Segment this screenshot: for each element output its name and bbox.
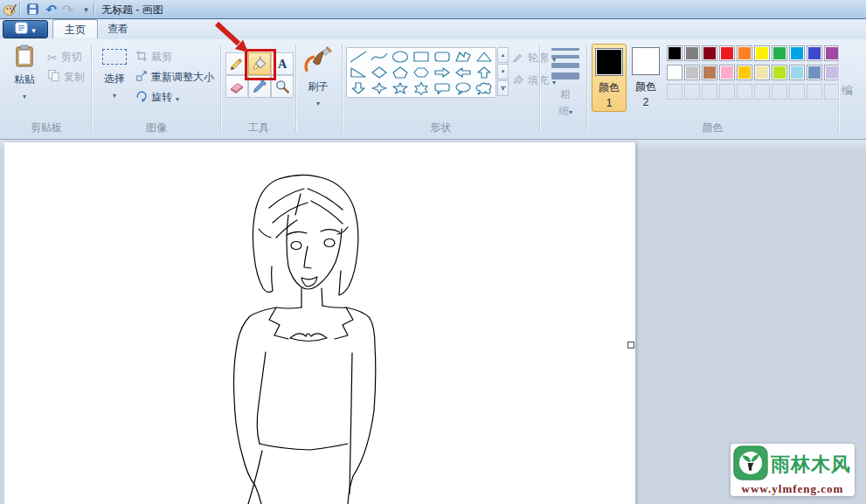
chevron-down-icon — [31, 24, 36, 36]
shape-six-point-star-icon[interactable] — [412, 81, 431, 95]
shape-rectangle-icon[interactable] — [412, 50, 431, 64]
tool-fill-icon[interactable] — [248, 52, 271, 75]
shape-pentagon-icon[interactable] — [391, 66, 410, 79]
shape-curve-icon[interactable] — [370, 50, 389, 64]
palette-swatch-r1-4[interactable] — [719, 45, 735, 61]
palette-swatch-r1-9[interactable] — [807, 45, 822, 61]
scroll-down-icon[interactable]: ▼ — [497, 64, 509, 79]
color1-label: 颜色 1 — [598, 79, 620, 111]
rotate-button[interactable]: 旋转 — [135, 90, 179, 105]
edit-colors-button-partial[interactable]: 编 — [842, 83, 853, 99]
shape-rounded-rectangle-icon[interactable] — [433, 50, 452, 64]
svg-text:A: A — [278, 57, 288, 71]
toolbar-menu-icon[interactable] — [79, 2, 94, 17]
palette-swatch-r1-3[interactable] — [702, 45, 717, 61]
ylmf-logo-icon — [733, 445, 768, 483]
shape-four-point-star-icon[interactable] — [370, 81, 389, 95]
drawing-canvas[interactable] — [4, 142, 635, 504]
tool-color-picker-icon[interactable] — [248, 75, 271, 98]
selection-icon — [102, 49, 127, 65]
scroll-up-icon[interactable]: ▲ — [497, 47, 509, 63]
tool-text-icon[interactable]: A — [271, 52, 294, 75]
palette-swatch-r1-8[interactable] — [789, 45, 805, 61]
paint-window: 无标题 - 画图 主页 查看 粘贴 剪切 复制 — [0, 0, 866, 504]
color1-button[interactable]: 颜色 1 — [592, 44, 627, 112]
divider — [295, 45, 296, 132]
paste-button[interactable]: 粘贴 — [7, 44, 42, 101]
palette-swatch-r1-5[interactable] — [737, 45, 752, 61]
file-menu-button[interactable] — [3, 20, 48, 38]
undo-icon[interactable] — [44, 2, 59, 17]
resize-button[interactable]: 重新调整大小 — [135, 70, 214, 85]
tool-magnifier-icon[interactable] — [271, 75, 294, 98]
copy-button[interactable]: 复制 — [47, 69, 85, 85]
shape-five-point-star-icon[interactable] — [391, 81, 410, 95]
palette-swatch-empty-5[interactable] — [737, 84, 752, 100]
shape-line-icon[interactable] — [349, 50, 368, 64]
palette-swatch-r2-2[interactable] — [684, 65, 700, 80]
save-icon[interactable] — [25, 2, 40, 17]
shape-right-arrow-icon[interactable] — [433, 66, 452, 79]
brushes-button[interactable]: 刷子 — [301, 45, 336, 108]
shape-left-arrow-icon[interactable] — [454, 66, 473, 79]
shape-rounded-callout-icon[interactable] — [433, 81, 452, 95]
palette-swatch-empty-7[interactable] — [772, 84, 787, 100]
shape-diamond-icon[interactable] — [370, 66, 389, 79]
shape-right-triangle-icon[interactable] — [349, 66, 368, 79]
brushes-label: 刷子 — [308, 79, 329, 94]
palette-swatch-r1-6[interactable] — [754, 45, 770, 61]
canvas-resize-handle[interactable] — [627, 342, 634, 349]
palette-swatch-empty-8[interactable] — [789, 84, 805, 100]
tab-view[interactable]: 查看 — [96, 19, 140, 38]
shape-up-arrow-icon[interactable] — [475, 66, 494, 79]
woman-sketch — [4, 142, 635, 504]
palette-swatch-empty-6[interactable] — [754, 84, 770, 100]
palette-swatch-empty-2[interactable] — [684, 84, 700, 100]
palette-swatch-r2-7[interactable] — [772, 65, 787, 80]
chevron-down-icon — [23, 89, 26, 101]
shape-down-arrow-icon[interactable] — [349, 81, 368, 95]
cut-button[interactable]: 剪切 — [47, 50, 82, 65]
palette-swatch-empty-3[interactable] — [702, 84, 717, 100]
shape-ellipse-icon[interactable] — [391, 50, 410, 64]
divider — [220, 45, 221, 132]
palette-swatch-r2-8[interactable] — [789, 65, 805, 80]
shape-cloud-callout-icon[interactable] — [475, 81, 494, 95]
palette-swatch-r1-2[interactable] — [684, 45, 700, 61]
palette-swatch-r2-1[interactable] — [667, 65, 682, 80]
palette-swatch-r2-6[interactable] — [754, 65, 770, 80]
shape-polygon-icon[interactable] — [454, 50, 473, 64]
palette-swatch-empty-4[interactable] — [719, 84, 735, 100]
scissors-icon — [47, 51, 58, 65]
title-bar: 无标题 - 画图 — [0, 0, 866, 19]
size-button[interactable]: 粗细 — [547, 46, 584, 120]
palette-swatch-r1-1[interactable] — [667, 45, 682, 61]
shape-hexagon-icon[interactable] — [412, 66, 431, 79]
palette-swatch-r1-7[interactable] — [772, 45, 787, 61]
palette-swatch-r2-9[interactable] — [807, 65, 822, 80]
palette-swatch-r2-3[interactable] — [702, 65, 717, 80]
crop-button[interactable]: 裁剪 — [135, 50, 172, 65]
gallery-more-icon[interactable]: ▼ — [497, 80, 509, 96]
tool-eraser-icon[interactable] — [225, 75, 248, 98]
clipboard-group-label: 剪贴板 — [3, 121, 89, 135]
divider — [19, 3, 20, 15]
color1-swatch — [595, 48, 623, 76]
crop-label: 裁剪 — [151, 50, 172, 65]
palette-swatch-r2-5[interactable] — [737, 65, 752, 80]
shape-oval-callout-icon[interactable] — [454, 81, 473, 95]
palette-swatch-empty-9[interactable] — [807, 84, 822, 100]
tools-group-label: 工具 — [222, 121, 295, 135]
tab-home[interactable]: 主页 — [52, 19, 98, 38]
shape-triangle-icon[interactable] — [475, 50, 494, 64]
divider — [94, 3, 94, 15]
palette-swatch-r2-4[interactable] — [719, 65, 735, 80]
select-button[interactable]: 选择 — [98, 44, 131, 100]
shapes-scrollbar: ▲ ▼ ▼ — [497, 47, 509, 96]
workspace: 雨林木风 www.ylmfeng.com — [0, 140, 866, 504]
tool-pencil-icon[interactable] — [225, 52, 248, 75]
color2-button[interactable]: 颜色 2 — [628, 44, 663, 115]
image-group-label: 图像 — [93, 121, 220, 135]
palette-swatch-empty-1[interactable] — [667, 84, 682, 100]
redo-icon[interactable] — [60, 2, 75, 17]
